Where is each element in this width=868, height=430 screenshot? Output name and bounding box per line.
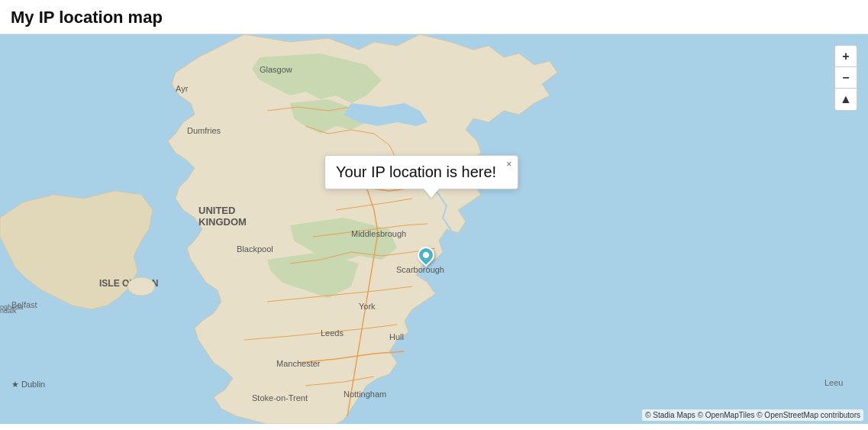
svg-point-23 xyxy=(127,277,155,296)
popup-text: Your IP location is here! xyxy=(336,163,496,180)
zoom-reset-button[interactable]: ▲ xyxy=(835,89,857,110)
svg-text:Leeds: Leeds xyxy=(321,328,344,338)
location-pin[interactable] xyxy=(418,247,434,263)
zoom-in-button[interactable]: + xyxy=(835,46,857,67)
page-title: My IP location map xyxy=(0,0,868,34)
svg-text:Scarborough: Scarborough xyxy=(396,265,444,274)
location-popup: × Your IP location is here! xyxy=(324,155,518,199)
popup-close-button[interactable]: × xyxy=(506,159,511,170)
svg-text:Hull: Hull xyxy=(389,332,404,341)
svg-text:ogheda: ogheda xyxy=(0,303,23,311)
map-svg: Ayr Dumfries Glasgow Newcastle Middlesbr… xyxy=(0,34,868,424)
svg-text:Manchester: Manchester xyxy=(276,359,321,368)
svg-text:Dumfries: Dumfries xyxy=(187,126,221,135)
svg-text:Blackpool: Blackpool xyxy=(237,244,273,254)
pin-shape xyxy=(414,243,437,267)
svg-text:Stoke-on-Trent: Stoke-on-Trent xyxy=(252,393,308,403)
svg-text:KINGDOM: KINGDOM xyxy=(198,216,247,228)
map-container: Ayr Dumfries Glasgow Newcastle Middlesbr… xyxy=(0,34,868,424)
svg-text:Nottingham: Nottingham xyxy=(344,390,386,399)
popup-box: × Your IP location is here! xyxy=(324,155,518,189)
map-attribution: © Stadia Maps © OpenMapTiles © OpenStree… xyxy=(642,409,863,421)
svg-text:Glasgow: Glasgow xyxy=(260,65,292,74)
popup-tail xyxy=(424,189,439,198)
zoom-out-button[interactable]: − xyxy=(835,67,857,89)
svg-text:York: York xyxy=(359,302,376,311)
zoom-controls: + − ▲ xyxy=(834,45,857,111)
svg-text:Ayr: Ayr xyxy=(176,84,189,93)
svg-text:Leeu: Leeu xyxy=(824,378,843,387)
pin-dot xyxy=(421,251,430,259)
svg-text:UNITED: UNITED xyxy=(198,205,235,216)
svg-text:★ Dublin: ★ Dublin xyxy=(11,380,45,389)
svg-text:Middlesbrough: Middlesbrough xyxy=(351,229,406,238)
